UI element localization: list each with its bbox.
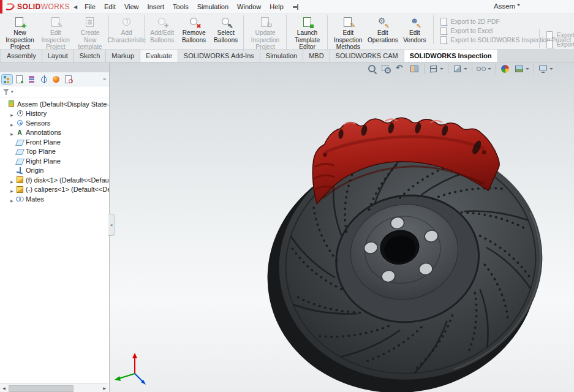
scroll-right-arrow-icon[interactable]: ▶	[100, 386, 108, 390]
headsup-button[interactable]	[380, 64, 393, 74]
export-button-label: Export to 3D PDF	[557, 32, 574, 39]
headsup-button[interactable]	[408, 64, 421, 74]
template-editor-icon	[301, 17, 314, 28]
configurationmanager-icon[interactable]	[26, 75, 37, 84]
ribbon-button[interactable]: Edit Inspection Project	[38, 15, 74, 51]
menu-item[interactable]: Help	[265, 1, 288, 12]
tree-item[interactable]: Annotations	[0, 128, 109, 138]
menu-items: File Edit View Insert Tools Simulation W…	[80, 1, 288, 12]
commandmanager-tab[interactable]: SOLIDWORKS Add-Ins	[178, 50, 260, 62]
menu-item[interactable]: View	[120, 1, 143, 12]
tab-label: SOLIDWORKS Inspection	[410, 52, 492, 59]
tree-item[interactable]: Front Plane	[0, 137, 109, 147]
ribbon-button[interactable]: Launch Template Editor	[286, 15, 325, 51]
ribbon-button[interactable]: Edit Operations	[367, 15, 399, 43]
tree-item[interactable]: History	[0, 109, 109, 119]
export-button-group-overflow: Export to 3D PDF Export eDrawings	[539, 29, 574, 48]
headsup-button[interactable]	[472, 64, 493, 74]
commandmanager-tab[interactable]: SOLIDWORKS Inspection	[404, 50, 498, 62]
ribbon-button[interactable]: Create New template	[74, 15, 107, 51]
tree-item[interactable]: Origin	[0, 166, 109, 176]
tree-filter-row: ▾	[0, 86, 109, 97]
dimxpertmanager-icon[interactable]	[39, 75, 49, 84]
scrollbar-track[interactable]	[8, 384, 100, 392]
expand-arrow-icon[interactable]	[10, 175, 16, 185]
ribbon-button[interactable]: Edit Vendors	[399, 15, 431, 43]
export-button[interactable]: Export to 3D PDF	[546, 31, 574, 39]
export-button[interactable]: Export eDrawings	[546, 40, 574, 48]
tree-item[interactable]: Right Plane	[0, 156, 109, 166]
commandmanager-tab[interactable]: Assembly	[1, 50, 42, 62]
expand-arrow-icon[interactable]	[10, 194, 16, 204]
ribbon-button[interactable]: Update Inspection Project	[243, 15, 285, 51]
commandmanager-tab[interactable]: MBD	[303, 50, 330, 62]
pin-menu-icon[interactable]	[292, 3, 299, 10]
headsup-button[interactable]	[424, 64, 445, 74]
tab-label: Layout	[48, 52, 68, 59]
menu-item[interactable]: File	[80, 1, 100, 12]
propertymanager-icon[interactable]	[14, 75, 25, 84]
export-icon	[440, 27, 448, 35]
view-orientation-icon	[428, 64, 439, 74]
panel-horizontal-scrollbar[interactable]: ◀ ▶	[0, 383, 108, 392]
inspection-tab-icon[interactable]	[63, 75, 74, 84]
ribbon-button[interactable]: Edit Inspection Methods	[327, 15, 367, 51]
featuremanager-icon[interactable]	[2, 75, 12, 84]
export-icon	[546, 31, 554, 39]
plane-icon	[16, 157, 24, 165]
menu-item[interactable]: Window	[233, 1, 265, 12]
menu-item[interactable]: Edit	[100, 1, 120, 12]
commandmanager-tab[interactable]: Sketch	[74, 50, 107, 62]
headsup-button[interactable]	[448, 64, 469, 74]
commandmanager-tab[interactable]: Markup	[106, 50, 140, 62]
menu-item[interactable]: Simulation	[193, 1, 233, 12]
ribbon-button[interactable]: New Inspection Project	[2, 15, 38, 51]
panel-splitter-handle[interactable]	[108, 214, 115, 236]
tab-label: Simulation	[266, 52, 297, 59]
headsup-button[interactable]	[496, 64, 512, 74]
edit-appearance-icon	[500, 64, 510, 74]
part-icon	[16, 186, 24, 194]
ribbon-button[interactable]: Add Characteristic	[108, 15, 143, 43]
expand-arrow-icon[interactable]	[10, 185, 16, 195]
ribbon-button[interactable]: Select Balloons	[210, 15, 242, 43]
ribbon-button[interactable]: Add/Edit Balloons	[144, 15, 178, 43]
expand-arrow-icon[interactable]	[10, 118, 16, 128]
commandmanager-tab[interactable]: Evaluate	[140, 50, 178, 62]
tree-item[interactable]: (-) calipers<1> (Default<<Defaul	[0, 185, 109, 195]
headsup-button[interactable]	[366, 64, 379, 74]
commandmanager-tab[interactable]: SOLIDWORKS CAM	[330, 50, 404, 62]
feature-tree: Assem (Default<Display State-1>) History…	[0, 97, 109, 392]
export-button[interactable]: Export to 2D PDF	[440, 18, 571, 26]
menu-item[interactable]: Tools	[168, 1, 193, 12]
panel-overflow-chevron[interactable]: »	[103, 76, 107, 82]
filter-dropdown-arrow-icon[interactable]: ▾	[11, 89, 13, 94]
expand-arrow-icon[interactable]	[10, 128, 16, 138]
filter-funnel-icon[interactable]	[2, 88, 10, 96]
ribbon-button[interactable]: Remove Balloons	[178, 15, 210, 43]
tree-item-label: Mates	[26, 195, 44, 203]
graphics-area[interactable]	[110, 62, 574, 392]
tree-item[interactable]: Top Plane	[0, 147, 109, 157]
tree-item[interactable]: Sensors	[0, 118, 109, 128]
commandmanager-tab[interactable]: Layout	[42, 50, 74, 62]
brake-rotor-model[interactable]	[110, 62, 574, 392]
tree-item[interactable]: (f) disk<1> (Default<<Default>_	[0, 175, 109, 185]
ribbon-button-label: Edit Vendors	[402, 29, 428, 43]
scrollbar-thumb[interactable]	[9, 385, 74, 392]
scroll-left-arrow-icon[interactable]: ◀	[0, 386, 8, 390]
zoom-to-area-icon	[381, 64, 391, 74]
menu-collapse-arrow-icon[interactable]: ◀	[74, 4, 77, 10]
doc-edit-icon	[49, 17, 62, 28]
expand-arrow-icon[interactable]	[10, 109, 16, 119]
commandmanager-tab[interactable]: Simulation	[260, 50, 303, 62]
content-area: » ▾ Assem (Default<Display State-1>)	[0, 62, 574, 392]
headsup-button[interactable]	[534, 64, 554, 74]
headsup-button[interactable]	[513, 64, 531, 74]
menu-item[interactable]: Insert	[143, 1, 169, 12]
tree-item[interactable]: Mates	[0, 194, 109, 204]
headsup-button[interactable]	[394, 64, 407, 74]
tree-item[interactable]: Assem (Default<Display State-1>)	[0, 99, 109, 109]
ribbon-button-label: Select Balloons	[213, 29, 239, 43]
displaymanager-icon[interactable]	[51, 75, 61, 84]
